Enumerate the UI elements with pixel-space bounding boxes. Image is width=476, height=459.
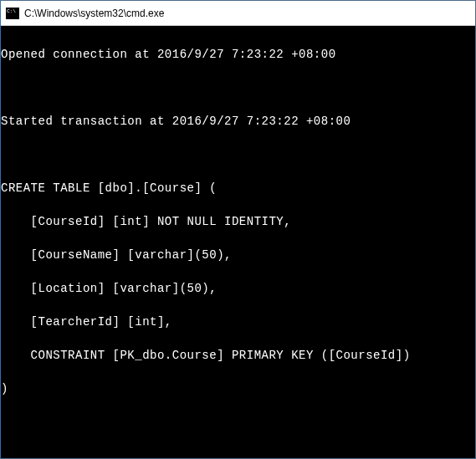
output-line <box>1 146 475 163</box>
output-line: Started transaction at 2016/9/27 7:23:22… <box>1 113 475 130</box>
output-line: Opened connection at 2016/9/27 7:23:22 +… <box>1 46 475 63</box>
window-title: C:\Windows\system32\cmd.exe <box>24 8 164 19</box>
output-line: [Location] [varchar](50), <box>1 280 475 297</box>
output-line: [CourseName] [varchar](50), <box>1 247 475 263</box>
output-line <box>1 414 475 431</box>
output-line: CONSTRAINT [PK_dbo.Course] PRIMARY KEY (… <box>1 347 475 364</box>
cmd-icon <box>6 8 19 19</box>
terminal-output: Opened connection at 2016/9/27 7:23:22 +… <box>1 26 475 459</box>
output-line <box>1 447 475 459</box>
output-line: CREATE TABLE [dbo].[Course] ( <box>1 180 475 196</box>
window-titlebar[interactable]: C:\Windows\system32\cmd.exe <box>1 1 475 26</box>
output-line <box>1 79 475 96</box>
output-line: [TearcherId] [int], <box>1 314 475 330</box>
output-line: ) <box>1 380 475 397</box>
output-line: [CourseId] [int] NOT NULL IDENTITY, <box>1 213 475 230</box>
